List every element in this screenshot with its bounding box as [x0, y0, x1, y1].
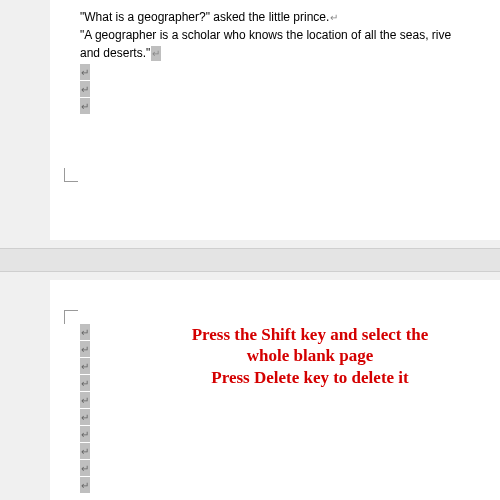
text-line[interactable]: "A geographer is a scholar who knows the…: [80, 26, 500, 44]
paragraph-mark-icon: ↵: [151, 46, 161, 61]
paragraph-mark-icon: ↵: [80, 81, 90, 97]
instruction-line: Press the Shift key and select the: [150, 324, 470, 345]
text-content: "A geographer is a scholar who knows the…: [80, 28, 451, 42]
page-gap: [0, 248, 500, 272]
instruction-annotation: Press the Shift key and select the whole…: [150, 324, 470, 388]
paragraph-mark-icon: ↵: [80, 443, 90, 459]
paragraph-mark-icon: ↵: [80, 64, 90, 80]
document-page-1: "What is a geographer?" asked the little…: [50, 0, 500, 240]
text-content: and deserts.": [80, 46, 150, 60]
paragraph-mark-icon: ↵: [80, 477, 90, 493]
instruction-line: whole blank page: [150, 345, 470, 366]
page-margin-corner-icon: [64, 168, 78, 182]
document-text-block[interactable]: "What is a geographer?" asked the little…: [50, 0, 500, 62]
paragraph-mark-icon: ↵: [80, 341, 90, 357]
text-line[interactable]: and deserts."↵: [80, 44, 500, 62]
paragraph-mark-icon: ↵: [80, 98, 90, 114]
paragraph-mark-icon: ↵: [80, 426, 90, 442]
paragraph-mark-icon: ↵: [80, 375, 90, 391]
text-content: "What is a geographer?" asked the little…: [80, 10, 329, 24]
paragraph-mark-icon: ↵: [80, 392, 90, 408]
paragraph-mark-icon: ↵: [80, 324, 90, 340]
document-page-2: ↵ ↵ ↵ ↵ ↵ ↵ ↵ ↵ ↵ ↵ Press the Shift key …: [50, 280, 500, 500]
paragraph-mark-icon: ↵: [80, 358, 90, 374]
text-line[interactable]: "What is a geographer?" asked the little…: [80, 8, 500, 26]
selected-paragraph-marks[interactable]: ↵ ↵ ↵: [80, 64, 500, 114]
paragraph-mark-icon: ↵: [80, 460, 90, 476]
paragraph-mark-icon: ↵: [330, 10, 338, 25]
paragraph-mark-icon: ↵: [80, 409, 90, 425]
instruction-line: Press Delete key to delete it: [150, 367, 470, 388]
